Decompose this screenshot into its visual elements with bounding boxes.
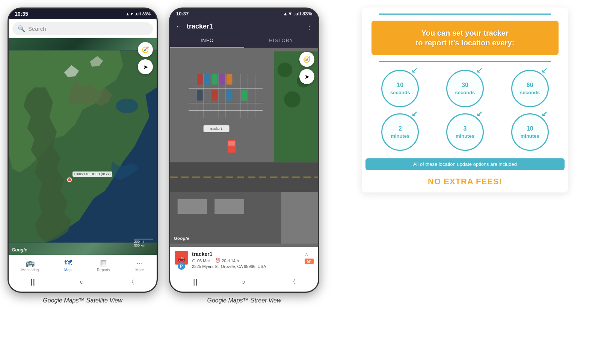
- footer-banner-text: All of these location update options are…: [413, 161, 517, 167]
- right-menu-btn[interactable]: |||: [192, 278, 198, 286]
- left-phone-frame: 10:35 ▲▼ .ull 83% 🔍 Search: [8, 8, 158, 293]
- right-map-controls[interactable]: 🧭 ➤: [299, 52, 314, 84]
- right-compass-button[interactable]: 🧭: [299, 52, 314, 67]
- right-phone-container: 10:37 ▲▼ .ull 83% ← tracker1 ⋮ INFO HIST…: [162, 0, 323, 308]
- left-time: 10:35: [15, 11, 28, 17]
- circle-30s-shape: ↙ 30seconds: [446, 70, 484, 107]
- map-label: Map: [64, 268, 71, 272]
- map-controls[interactable]: 🧭 ➤: [138, 42, 153, 74]
- right-sys-nav[interactable]: ||| ○ 〈: [170, 274, 318, 292]
- reports-label: Reports: [97, 268, 110, 272]
- compass-button[interactable]: 🧭: [138, 42, 153, 57]
- navigate-button[interactable]: ➤: [138, 59, 153, 74]
- svg-rect-29: [178, 199, 207, 214]
- monitoring-label: Monitoring: [21, 268, 39, 272]
- circle-10m: ↙ 10minutes: [500, 113, 559, 151]
- battery-indicator: 83%: [142, 12, 151, 16]
- nav-monitoring[interactable]: 🚌 Monitoring: [21, 258, 39, 272]
- circle-3m: ↙ 3minutes: [436, 113, 495, 151]
- tracker-title: tracker1: [187, 23, 302, 30]
- circle-60s: ↙ 60seconds: [500, 70, 559, 107]
- menu-btn[interactable]: |||: [31, 278, 36, 286]
- home-btn[interactable]: ○: [80, 278, 84, 286]
- svg-rect-17: [197, 74, 203, 85]
- svg-point-32: [278, 62, 292, 77]
- monitoring-icon: 🚌: [26, 258, 35, 267]
- scroll-up-icon: ∧: [305, 251, 308, 257]
- svg-point-34: [284, 91, 300, 107]
- svg-rect-20: [219, 74, 225, 85]
- right-status-bar: 10:37 ▲▼ .ull 83%: [170, 9, 318, 19]
- right-caption: Google Maps™ Street View: [207, 297, 281, 304]
- menu-button[interactable]: ⋮: [305, 22, 313, 31]
- tab-history[interactable]: HISTORY: [244, 34, 318, 48]
- tracker-label: iTrack1TE BOLD (0177): [72, 171, 112, 177]
- back-btn[interactable]: 〈: [128, 277, 134, 286]
- circle-2m-shape: ↙ 2minutes: [381, 113, 419, 151]
- info-meta: ⏱ 06 Mar ⏰ 20 d 14 h: [192, 258, 301, 263]
- circle-60s-shape: ↙ 60seconds: [511, 70, 549, 107]
- more-label: More: [135, 268, 144, 272]
- clock-icon: ⏱: [192, 259, 196, 263]
- left-sys-nav[interactable]: ||| ○ 〈: [9, 274, 157, 292]
- info-tracker-name: tracker1: [192, 251, 301, 257]
- circle-2m: ↙ 2minutes: [371, 113, 430, 151]
- aerial-map: tracker1 Google 🧭 ➤: [170, 48, 318, 247]
- right-status-icons: ▲▼ .ull 83%: [283, 11, 312, 17]
- svg-rect-18: [204, 74, 210, 85]
- nav-reports[interactable]: ▦ Reports: [97, 258, 110, 272]
- aerial-svg: tracker1 Google: [170, 48, 318, 247]
- svg-rect-30: [214, 199, 244, 214]
- parking-badge: P: [178, 262, 185, 270]
- circle-2m-text: 2minutes: [391, 125, 409, 139]
- svg-rect-24: [226, 90, 233, 101]
- time-icon: ⏰: [215, 258, 220, 263]
- left-caption: Google Maps™ Satellite View: [43, 297, 122, 304]
- circle-10s-text: 10seconds: [390, 81, 410, 96]
- circle-30s: ↙ 30seconds: [436, 70, 495, 107]
- search-input[interactable]: 🔍 Search: [12, 22, 153, 35]
- left-status-icons: ▲▼ .ull 83%: [125, 12, 151, 16]
- svg-text:Google: Google: [174, 236, 189, 241]
- footer-banner: All of these location update options are…: [365, 158, 565, 170]
- circle-10m-text: 10minutes: [521, 125, 539, 139]
- satellite-map: 🧭 ➤ iTrack1TE BOLD (0177) Google 200 mi …: [9, 38, 157, 255]
- search-bar[interactable]: 🔍 Search: [9, 19, 157, 38]
- right-battery: 83%: [302, 11, 312, 17]
- back-button[interactable]: ←: [175, 22, 183, 31]
- reports-icon: ▦: [100, 258, 107, 267]
- search-placeholder: Search: [28, 26, 46, 32]
- nav-more[interactable]: ··· More: [135, 259, 144, 272]
- bottom-nav[interactable]: 🚌 Monitoring 🗺 Map ▦ Reports ··· More: [9, 255, 157, 274]
- google-watermark: Google: [12, 247, 27, 253]
- search-icon: 🔍: [18, 25, 25, 32]
- scale-500km: 500 km: [134, 244, 153, 247]
- satellite-map-area[interactable]: 🧭 ➤ iTrack1TE BOLD (0177) Google 200 mi …: [9, 38, 157, 255]
- right-home-btn[interactable]: ○: [242, 278, 246, 286]
- tracker-pin: [67, 177, 72, 182]
- street-map[interactable]: tracker1 Google 🧭 ➤: [170, 48, 318, 247]
- nav-map[interactable]: 🗺 Map: [64, 259, 72, 272]
- scale-200mi: 200 mi: [134, 240, 153, 244]
- tab-info[interactable]: INFO: [170, 34, 244, 48]
- info-address: 2325 Myers St, Oroville, CA 95966, USA: [192, 264, 301, 269]
- right-back-btn[interactable]: 〈: [289, 277, 296, 286]
- tracker-header: ← tracker1 ⋮: [170, 19, 318, 34]
- signal-icon: ▲▼ .ull: [125, 12, 141, 16]
- tabs-bar[interactable]: INFO HISTORY: [170, 34, 318, 48]
- svg-rect-25: [241, 90, 247, 101]
- left-status-bar: 10:35 ▲▼ .ull 83%: [9, 9, 157, 19]
- left-phone-container: 10:35 ▲▼ .ull 83% 🔍 Search: [0, 0, 162, 308]
- right-signal-icon: ▲▼ .ull: [283, 11, 301, 17]
- svg-text:tracker1: tracker1: [210, 127, 222, 131]
- right-time: 10:37: [176, 11, 189, 17]
- right-navigate-button[interactable]: ➤: [299, 69, 314, 84]
- map-svg: [9, 38, 157, 255]
- info-header: You can set your trackerto report it's l…: [371, 21, 559, 55]
- info-details: tracker1 ⏱ 06 Mar ⏰ 20 d 14 h 2325 Myers…: [192, 251, 301, 269]
- scale-bar: 200 mi 500 km: [134, 239, 153, 247]
- info-box: You can set your trackerto report it's l…: [362, 8, 568, 193]
- svg-rect-19: [211, 74, 217, 85]
- circle-3m-text: 3minutes: [456, 125, 474, 139]
- circle-10s: ↙ 10seconds: [371, 70, 430, 107]
